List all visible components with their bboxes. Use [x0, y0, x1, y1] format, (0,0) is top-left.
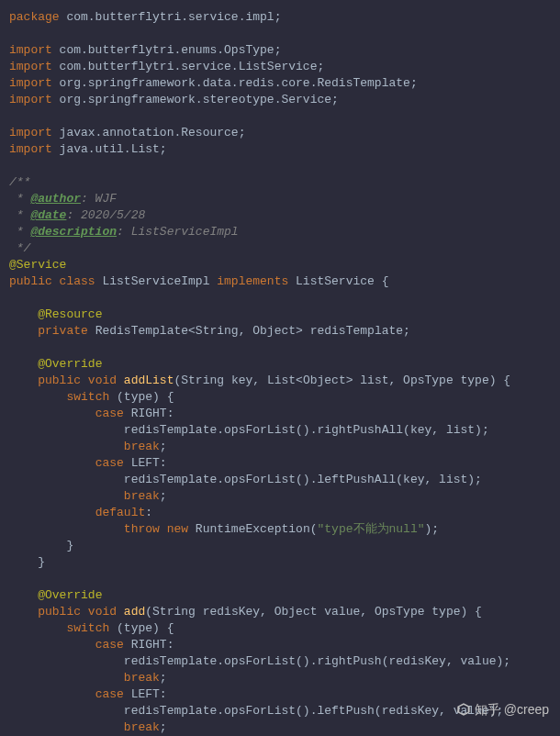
watermark-text: 知乎 @creep [475, 701, 549, 718]
code-line: redisTemplate.opsForList().leftPushAll(k… [9, 472, 560, 488]
code-line [9, 571, 560, 587]
field-declaration: private RedisTemplate<String, Object> re… [9, 323, 560, 340]
code-line: import java.util.List; [9, 141, 560, 158]
method-add: public void add(String redisKey, Object … [9, 604, 560, 620]
case-right: case RIGHT: [9, 637, 560, 653]
break: break; [9, 439, 560, 455]
javadoc-close: */ [9, 240, 560, 257]
code-line: redisTemplate.opsForList().rightPushAll(… [9, 422, 560, 439]
code-line [9, 340, 560, 356]
break: break; [9, 670, 560, 686]
javadoc-description: * @description: ListServiceImpl [9, 224, 560, 240]
code-line [9, 108, 560, 125]
switch-statement: switch (type) { [9, 620, 560, 637]
code-line: } [9, 538, 560, 554]
switch-statement: switch (type) { [9, 389, 560, 406]
code-line [9, 158, 560, 174]
code-line [9, 26, 560, 42]
code-line: } [9, 554, 560, 571]
code-line: import com.butterflytri.enums.OpsType; [9, 42, 560, 59]
watermark: 知乎 @creep [456, 701, 549, 718]
annotation-service: @Service [9, 257, 560, 273]
annotation-override: @Override [9, 356, 560, 373]
break: break; [9, 719, 560, 736]
javadoc-author: * @author: WJF [9, 191, 560, 207]
javadoc-open: /** [9, 174, 560, 191]
javadoc-date: * @date: 2020/5/28 [9, 207, 560, 224]
method-addlist: public void addList(String key, List<Obj… [9, 373, 560, 389]
case-right: case RIGHT: [9, 406, 560, 422]
code-line [9, 290, 560, 307]
throw-statement: throw new RuntimeException("type不能为null"… [9, 521, 560, 538]
code-line: package com.butterflytri.service.impl; [9, 9, 560, 26]
class-declaration: public class ListServiceImpl implements … [9, 273, 560, 290]
annotation-resource: @Resource [9, 307, 560, 323]
code-line: redisTemplate.opsForList().rightPush(red… [9, 653, 560, 670]
code-editor: package com.butterflytri.service.impl; i… [9, 9, 560, 736]
code-line: import com.butterflytri.service.ListServ… [9, 59, 560, 75]
code-line: import org.springframework.stereotype.Se… [9, 92, 560, 108]
break: break; [9, 488, 560, 505]
case-left: case LEFT: [9, 455, 560, 472]
code-line: import org.springframework.data.redis.co… [9, 75, 560, 92]
code-line: import javax.annotation.Resource; [9, 125, 560, 141]
zhihu-logo-icon [456, 702, 471, 717]
default-case: default: [9, 505, 560, 521]
annotation-override: @Override [9, 587, 560, 604]
